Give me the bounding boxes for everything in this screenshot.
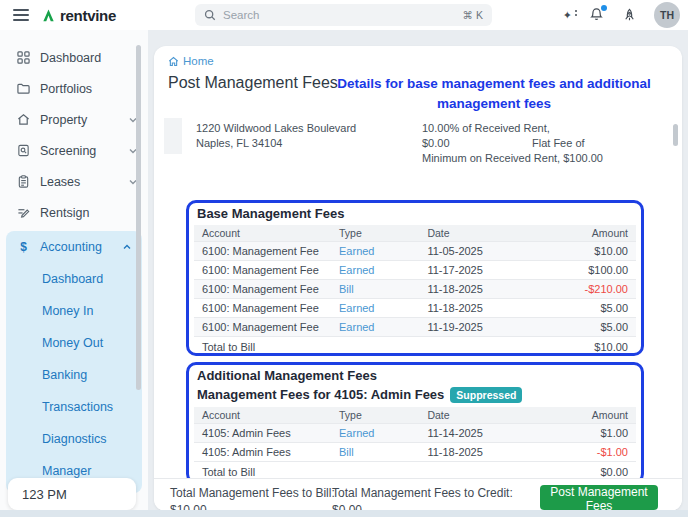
logo-text: rentvine <box>60 7 116 24</box>
user-avatar[interactable]: TH <box>654 2 680 28</box>
notifications-bell-icon[interactable] <box>589 7 605 23</box>
dashboard-grid-icon <box>16 50 31 65</box>
folder-icon <box>16 81 31 96</box>
sidebar-item-banking[interactable]: Banking <box>6 359 142 391</box>
main-content-card: Home Post Management Fees Details for ba… <box>154 46 682 511</box>
sidebar-item-diagnostics[interactable]: Diagnostics <box>6 423 142 455</box>
table-header-row: Account Type Date Amount <box>194 407 636 424</box>
suppressed-badge: Suppressed <box>450 387 522 403</box>
fee-type-link[interactable]: Earned <box>339 302 374 314</box>
table-row: 4105: Admin Fees Bill 11-18-2025 -$1.00 <box>194 443 636 462</box>
total-row: Total to Bill $10.00 <box>194 337 636 356</box>
base-management-fees-box: Base Management Fees Account Type Date A… <box>186 200 644 356</box>
breadcrumb-home-link[interactable]: Home <box>183 55 214 67</box>
additional-fees-title: Additional Management Fees <box>194 367 636 387</box>
column-date: Date <box>419 407 552 424</box>
additional-fees-subtitle: Management Fees for 4105: Admin Fees <box>197 387 444 402</box>
table-row: 6100: Management Fee Earned 11-05-2025 $… <box>194 242 636 261</box>
sidebar-item-screening[interactable]: Screening <box>0 135 148 166</box>
sidebar-item-transactions[interactable]: Transactions <box>6 391 142 423</box>
base-fees-title: Base Management Fees <box>194 205 636 225</box>
dollar-icon: $ <box>16 240 31 255</box>
table-row: 6100: Management Fee Bill 11-18-2025 -$2… <box>194 280 636 299</box>
chevron-up-icon <box>122 242 132 252</box>
table-row: 6100: Management Fee Earned 11-18-2025 $… <box>194 299 636 318</box>
negative-amount: -$210.00 <box>552 280 636 299</box>
column-type: Type <box>331 407 419 424</box>
clock-widget: 123 PM <box>8 478 136 510</box>
fee-type-link[interactable]: Bill <box>339 446 354 458</box>
sidebar-item-accounting-dashboard[interactable]: Dashboard <box>6 263 142 295</box>
fee-terms-line1: 10.00% of Received Rent, <box>422 122 550 134</box>
column-type: Type <box>331 225 419 242</box>
fee-type-link[interactable]: Earned <box>339 321 374 333</box>
column-account: Account <box>194 407 331 424</box>
ai-sparkle-icon[interactable]: ✦ <box>563 9 572 22</box>
rentvine-logo-mark-icon <box>41 8 56 23</box>
sidebar-scrollbar[interactable] <box>136 45 141 390</box>
table-row: 6100: Management Fee Earned 11-17-2025 $… <box>194 261 636 280</box>
top-bar: rentvine Search ⌘ K ✦ TH <box>0 0 688 30</box>
notification-badge <box>601 5 607 11</box>
total-bill-label: Total Management Fees to Bill: <box>170 486 335 500</box>
sidebar-item-portfolios[interactable]: Portfolios <box>0 73 148 104</box>
fee-terms-line2a: $0.00 <box>422 137 450 149</box>
sidebar-item-money-in[interactable]: Money In <box>6 295 142 327</box>
total-credit-label: Total Management Fees to Credit: <box>332 486 513 500</box>
whats-new-rocket-icon[interactable] <box>622 8 637 23</box>
table-header-row: Account Type Date Amount <box>194 225 636 242</box>
document-search-icon <box>16 143 31 158</box>
additional-fees-table: Account Type Date Amount 4105: Admin Fee… <box>194 407 636 481</box>
search-placeholder: Search <box>223 9 463 21</box>
sidebar-item-money-out[interactable]: Money Out <box>6 327 142 359</box>
column-amount: Amount <box>552 407 636 424</box>
sidebar: Dashboard Portfolios Property Screening … <box>0 30 148 510</box>
search-shortcut: ⌘ K <box>463 9 483 21</box>
sidebar-item-rentsign[interactable]: Rentsign <box>0 197 148 228</box>
page-bottom-strip <box>0 510 688 517</box>
search-icon <box>204 9 216 21</box>
total-amount: $10.00 <box>552 337 636 356</box>
negative-amount: -$1.00 <box>552 443 636 462</box>
sidebar-item-accounting[interactable]: $ Accounting <box>6 231 142 263</box>
search-input[interactable]: Search ⌘ K <box>195 4 492 26</box>
signature-icon <box>16 205 31 220</box>
sidebar-accounting-group: $ Accounting Dashboard Money In Money Ou… <box>6 231 142 493</box>
sidebar-item-leases[interactable]: Leases <box>0 166 148 197</box>
column-amount: Amount <box>552 225 636 242</box>
fee-type-link[interactable]: Bill <box>339 283 354 295</box>
fee-terms-line3: Minimum on Received Rent, $100.00 <box>422 152 603 164</box>
additional-management-fees-box: Additional Management Fees Management Fe… <box>186 362 644 484</box>
table-row: 6100: Management Fee Earned 11-19-2025 $… <box>194 318 636 337</box>
column-account: Account <box>194 225 331 242</box>
property-row-gutter <box>164 118 182 154</box>
fee-type-link[interactable]: Earned <box>339 245 374 257</box>
property-address-line2: Naples, FL 34104 <box>196 137 282 149</box>
base-fees-table: Account Type Date Amount 6100: Managemen… <box>194 225 636 356</box>
fee-type-link[interactable]: Earned <box>339 264 374 276</box>
fee-terms-line2b: Flat Fee of <box>532 137 585 149</box>
fees-scroll-area: 1220 Wildwood Lakes Boulevard Naples, FL… <box>164 118 672 480</box>
rentvine-logo[interactable]: rentvine <box>41 7 116 24</box>
table-row: 4105: Admin Fees Earned 11-14-2025 $1.00 <box>194 424 636 443</box>
page-title: Post Management Fees <box>168 74 338 92</box>
column-date: Date <box>419 225 552 242</box>
totals-footer: Total Management Fees to Bill: $10.00 To… <box>154 478 682 511</box>
content-scrollbar[interactable] <box>673 124 678 146</box>
post-management-fees-button[interactable]: Post Management Fees <box>540 485 658 510</box>
fee-type-link[interactable]: Earned <box>339 427 374 439</box>
total-label: Total to Bill <box>194 337 552 356</box>
property-address-line1: 1220 Wildwood Lakes Boulevard <box>196 122 356 134</box>
house-icon <box>16 112 31 127</box>
breadcrumb[interactable]: Home <box>168 55 214 67</box>
clipboard-icon <box>16 174 31 189</box>
sidebar-item-dashboard[interactable]: Dashboard <box>0 42 148 73</box>
home-icon <box>168 56 179 67</box>
menu-icon[interactable] <box>13 9 29 21</box>
annotation-text: Details for base management fees and add… <box>329 74 659 113</box>
sidebar-item-property[interactable]: Property <box>0 104 148 135</box>
